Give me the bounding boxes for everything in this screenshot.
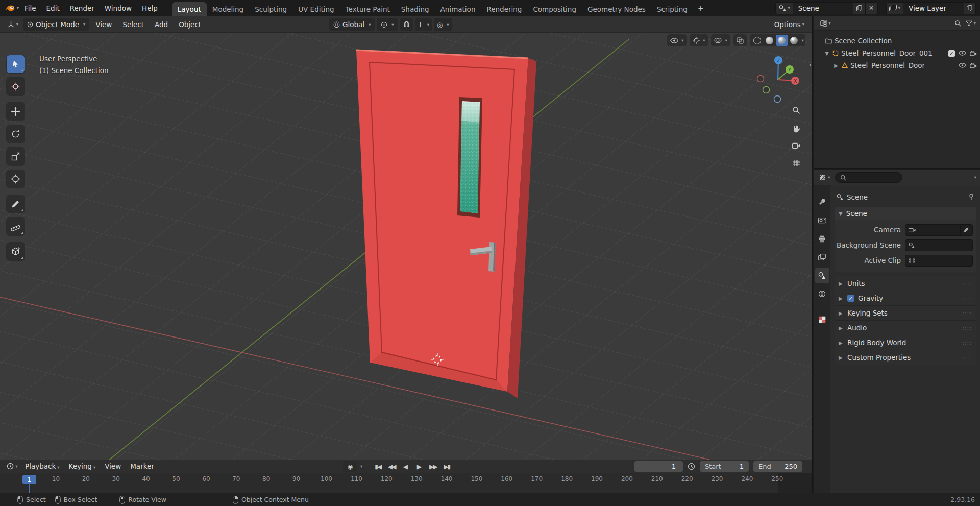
menu-view[interactable]: View [91, 19, 116, 30]
sidebar-collapse-arrow[interactable]: ‹ [809, 61, 812, 68]
workspace-tab[interactable]: Sculpting [249, 2, 292, 16]
properties-editor-type-button[interactable]: ▾ [817, 172, 832, 183]
view-layer-name-field[interactable]: View Layer [903, 2, 964, 14]
eyedropper-button[interactable] [960, 225, 969, 235]
tab-tool[interactable] [815, 195, 829, 209]
select-box-tool[interactable] [7, 55, 24, 73]
keying-dropdown-arrow[interactable]: ▾ [360, 464, 362, 469]
proportional-editing-dropdown[interactable]: ◎ ▾ [434, 18, 452, 31]
outliner-filter-icon[interactable]: ▾ [966, 20, 976, 27]
menu-keying[interactable]: Keying▾ [64, 461, 101, 472]
toggle-ortho-button[interactable] [789, 156, 803, 170]
workspace-tab[interactable]: UV Editing [292, 2, 339, 16]
transform-tool[interactable] [7, 170, 24, 188]
menu-select[interactable]: Select [118, 19, 149, 30]
options-dropdown[interactable]: Options ▾ [774, 20, 807, 29]
door-object[interactable] [356, 50, 536, 398]
workspace-tab[interactable]: Geometry Nodes [582, 2, 651, 16]
add-workspace-button[interactable]: + [693, 1, 708, 15]
3d-viewport[interactable]: ▾ Object Mode ▾ View Select Add Object G… [0, 16, 813, 460]
rotate-tool[interactable] [7, 125, 24, 143]
viewport-canvas[interactable]: ▾ ▾ ▾ ▾ User Perspective [0, 33, 813, 460]
gizmo-x-neg-axis[interactable] [757, 76, 764, 82]
background-scene-field[interactable] [905, 239, 973, 251]
timeline-ruler[interactable]: 1020304050607080901001101201301401501601… [0, 473, 812, 493]
menu-file[interactable]: File [19, 2, 41, 14]
menu-timeline-view[interactable]: View [100, 461, 126, 472]
outliner-search-icon[interactable] [954, 20, 961, 27]
panel-drag-dots[interactable]: :::: [962, 310, 972, 317]
pan-hand-button[interactable] [789, 122, 803, 135]
outliner-editor-type-button[interactable]: ▾ [818, 18, 833, 29]
editor-type-button[interactable]: ▾ [4, 18, 21, 31]
use-preview-range-clock-icon[interactable] [688, 463, 695, 470]
cursor-tool[interactable] [7, 78, 24, 95]
scene-panel-header[interactable]: ▼ Scene [835, 207, 976, 220]
new-scene-button[interactable] [853, 2, 866, 14]
mode-dropdown[interactable]: Object Mode ▾ [23, 18, 89, 31]
panel-drag-dots[interactable]: :::: [962, 280, 972, 287]
camera-field[interactable] [905, 224, 973, 236]
prev-keyframe-button[interactable]: ◀◀ [385, 463, 398, 470]
workspace-tab[interactable]: Layout [172, 2, 207, 16]
snap-toggle[interactable] [400, 18, 413, 31]
scale-tool[interactable] [7, 148, 24, 165]
overlays-dropdown[interactable]: ▾ [711, 34, 730, 46]
tab-texture[interactable] [815, 312, 829, 327]
pivot-point-dropdown[interactable]: ▾ [377, 18, 398, 31]
workspace-tab[interactable]: Shading [396, 2, 435, 16]
camera-view-button[interactable] [789, 138, 803, 152]
object-type-visibility-dropdown[interactable]: ▾ [667, 34, 687, 46]
menu-render[interactable]: Render [65, 2, 100, 14]
panel-units[interactable]: ▶ Units :::: [835, 276, 976, 291]
panel-custom-properties[interactable]: ▶ Custom Properties :::: [835, 350, 976, 365]
panel-drag-dots[interactable]: :::: [962, 340, 972, 346]
tab-render[interactable] [815, 213, 829, 228]
menu-playback[interactable]: Playback▾ [20, 461, 64, 472]
xray-toggle[interactable] [733, 34, 747, 46]
annotate-tool[interactable] [7, 195, 24, 213]
render-visibility-camera-icon[interactable] [970, 63, 977, 68]
expand-arrow-icon[interactable]: ▶ [833, 63, 839, 68]
panel-drag-dots[interactable]: :::: [962, 354, 972, 361]
move-tool[interactable] [7, 103, 24, 121]
play-button[interactable]: ▶ [413, 463, 425, 470]
menu-edit[interactable]: Edit [41, 2, 65, 14]
pin-icon[interactable] [969, 194, 974, 201]
jump-to-start-button[interactable]: ▮◀ [372, 463, 384, 470]
render-visibility-camera-icon[interactable] [970, 51, 977, 56]
gizmo-z-neg-axis[interactable] [774, 96, 781, 103]
outliner-row-door-001[interactable]: ▼ Steel_Personnel_Door_001 ✓ [814, 47, 980, 59]
add-primitive-tool[interactable] [7, 243, 24, 260]
gravity-checkbox[interactable]: ✓ [847, 295, 854, 302]
panel-keying-sets[interactable]: ▶ Keying Sets :::: [835, 306, 976, 321]
new-view-layer-button[interactable] [964, 2, 976, 14]
end-frame-field[interactable]: End250 [753, 461, 802, 472]
current-frame-field[interactable]: 1 [634, 461, 683, 472]
menu-add[interactable]: Add [150, 19, 173, 30]
shading-rendered-button[interactable] [788, 35, 800, 46]
scene-name-field[interactable]: Scene [793, 2, 853, 14]
auto-keying-button[interactable]: ◉ [343, 461, 357, 472]
playhead[interactable]: 1 [22, 475, 36, 484]
view-layer-browse-button[interactable]: ▾ [886, 2, 903, 14]
properties-filter-button[interactable]: ▾ [973, 175, 976, 180]
tab-output[interactable] [815, 231, 829, 246]
properties-search-input[interactable] [835, 172, 902, 183]
outliner-row-scene-collection[interactable]: Scene Collection [814, 35, 980, 47]
tab-view-layer[interactable] [815, 250, 829, 264]
gizmo-y-neg-axis[interactable] [763, 87, 770, 93]
tab-scene[interactable] [815, 268, 829, 283]
menu-help[interactable]: Help [137, 2, 163, 14]
snap-settings-dropdown[interactable]: ▾ [415, 18, 432, 31]
jump-to-end-button[interactable]: ▶▮ [440, 463, 453, 470]
shading-material-preview-button[interactable] [776, 35, 788, 46]
menu-marker[interactable]: Marker [126, 461, 159, 472]
panel-drag-dots[interactable]: :::: [962, 295, 972, 302]
scene-browse-button[interactable]: ▾ [775, 2, 793, 14]
blender-logo-icon[interactable]: ▾ [4, 2, 19, 14]
start-frame-field[interactable]: Start1 [700, 461, 749, 472]
menu-window[interactable]: Window [100, 2, 137, 14]
workspace-tab[interactable]: Texture Paint [340, 2, 396, 16]
workspace-tab[interactable]: Scripting [651, 2, 693, 16]
